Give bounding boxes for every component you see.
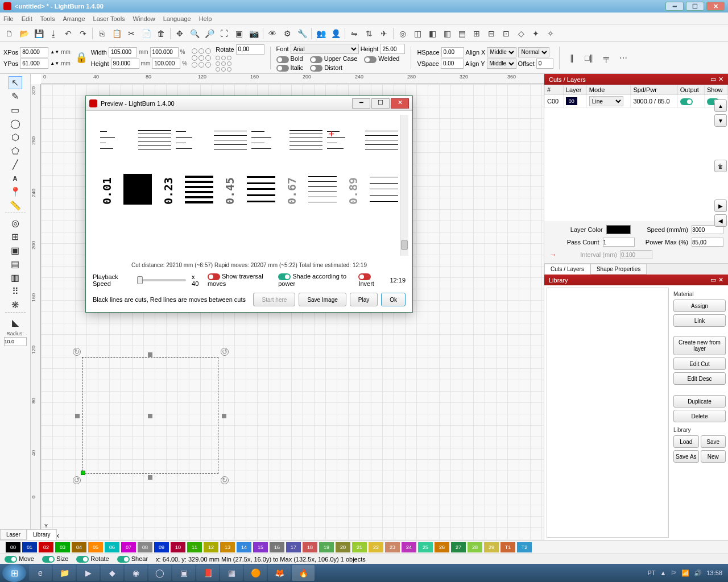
lib-close-icon[interactable]: ✕ <box>718 276 723 284</box>
palette-swatch-27[interactable]: 27 <box>451 542 466 552</box>
group-icon[interactable]: 👥 <box>314 27 328 40</box>
palette-swatch-09[interactable]: 09 <box>154 542 169 552</box>
tray-flag-icon[interactable]: 🏳 <box>671 569 677 576</box>
aligny-select[interactable]: Middle <box>487 59 516 69</box>
palette-swatch-21[interactable]: 21 <box>352 542 367 552</box>
palette-swatch-10[interactable]: 10 <box>171 542 185 552</box>
align-1-icon[interactable]: ◎ <box>396 27 410 40</box>
bold-toggle[interactable] <box>276 56 289 63</box>
hspace-input[interactable] <box>441 47 464 57</box>
lib-undock-icon[interactable]: ▭ <box>710 276 716 284</box>
polygon-tool[interactable]: ⬡ <box>9 131 22 144</box>
rotate-input[interactable] <box>236 44 264 55</box>
select-tool[interactable]: ↖ <box>9 76 22 89</box>
interval-input[interactable] <box>621 250 652 259</box>
palette-swatch-26[interactable]: 26 <box>435 542 449 552</box>
palette-swatch-06[interactable]: 06 <box>105 542 119 552</box>
marker-tool[interactable]: 📍 <box>9 185 22 198</box>
rotate-handle-tr[interactable]: ↺ <box>221 348 229 356</box>
tb-steam-icon[interactable]: ◉ <box>125 565 147 581</box>
handle-left[interactable] <box>75 414 80 418</box>
tray-lang[interactable]: PT <box>648 569 656 576</box>
weld-tool[interactable]: ⊞ <box>9 230 22 243</box>
menu-language[interactable]: Language <box>163 15 191 22</box>
rotate-handle-br[interactable]: ↻ <box>221 476 229 484</box>
offset-input[interactable] <box>536 59 553 69</box>
tb-pdf-icon[interactable]: 📕 <box>196 565 219 581</box>
align-v1-icon[interactable]: ‖ <box>565 51 579 65</box>
rect-tool[interactable]: ▭ <box>9 103 22 117</box>
new-button[interactable]: New <box>701 450 726 463</box>
menu-laser-tools[interactable]: Laser Tools <box>93 15 125 22</box>
edit-desc-button[interactable]: Edit Desc <box>673 372 726 385</box>
close-button[interactable]: ✕ <box>706 2 725 11</box>
size-toggle[interactable] <box>42 556 55 563</box>
palette-swatch-T1[interactable]: T1 <box>500 542 515 552</box>
align-v3-icon[interactable]: ╤ <box>599 51 613 65</box>
palette-swatch-12[interactable]: 12 <box>204 542 218 552</box>
tray-vol-icon[interactable]: 🔊 <box>694 569 702 577</box>
align-8-icon[interactable]: ⊡ <box>499 27 513 40</box>
menu-window[interactable]: Window <box>133 15 155 22</box>
lock-icon[interactable]: 🔒 <box>75 51 86 65</box>
tab-cuts-layers[interactable]: Cuts / Layers <box>544 264 590 275</box>
preview-canvas[interactable]: + 0.01 0.23 0.45 0.67 <box>89 114 409 256</box>
panel-undock-icon[interactable]: ▭ <box>710 76 716 83</box>
height-pct-input[interactable] <box>152 59 180 69</box>
playback-speed-slider[interactable] <box>137 279 186 281</box>
handle-bottom[interactable] <box>148 475 152 480</box>
note-icon[interactable]: 📄 <box>139 27 153 40</box>
corner-tool[interactable]: ◣ <box>9 316 22 329</box>
move-toggle[interactable] <box>5 556 17 563</box>
array-tool[interactable]: ⠿ <box>9 285 22 298</box>
ungroup-icon[interactable]: 👤 <box>329 27 342 40</box>
style-select[interactable]: Normal <box>518 47 549 57</box>
tab-laser[interactable]: Laser <box>0 529 27 540</box>
table-row[interactable]: C00 00 Line 3000.0 / 85.0 <box>545 95 728 108</box>
delete-icon[interactable]: 🗑 <box>154 27 168 40</box>
minimize-button[interactable]: ━ <box>665 2 684 11</box>
ellipse-tool[interactable]: ◯ <box>9 117 22 130</box>
palette-swatch-05[interactable]: 05 <box>88 542 103 552</box>
measure-tool[interactable]: 📏 <box>9 199 22 212</box>
rotate-toggle[interactable] <box>76 556 89 563</box>
palette-swatch-T2[interactable]: T2 <box>517 542 532 552</box>
flip-h-icon[interactable]: ⇋ <box>348 27 361 40</box>
preview-close-button[interactable]: ✕ <box>391 98 409 109</box>
send-icon[interactable]: ✈ <box>377 27 391 40</box>
delete-button[interactable]: Delete <box>673 410 726 422</box>
palette-swatch-25[interactable]: 25 <box>418 542 433 552</box>
power-input[interactable] <box>692 238 723 247</box>
path-tool[interactable]: ⬠ <box>9 144 22 157</box>
preview-scrollbar[interactable] <box>400 115 408 256</box>
library-tree[interactable] <box>547 288 669 538</box>
handle-origin[interactable] <box>81 471 85 475</box>
layer-color-swatch[interactable] <box>606 225 631 234</box>
boolean3-tool[interactable]: ▥ <box>9 271 22 284</box>
cut-icon[interactable]: ✂ <box>125 27 138 40</box>
vspace-input[interactable] <box>441 59 464 69</box>
rotate-handle-bl[interactable]: ↺ <box>73 476 81 484</box>
rotate-grid[interactable] <box>216 56 264 72</box>
tb-firefox-icon[interactable]: 🦊 <box>268 565 291 581</box>
radius-input[interactable] <box>4 337 27 346</box>
zoomfit-icon[interactable]: ⛶ <box>217 27 231 40</box>
zoomin-icon[interactable]: 🔍 <box>188 27 201 40</box>
tray-chevron-icon[interactable]: ▲ <box>660 569 667 576</box>
duplicate-button[interactable]: Duplicate <box>673 395 726 408</box>
palette-swatch-19[interactable]: 19 <box>319 542 334 552</box>
tb-explorer-icon[interactable]: 📁 <box>53 565 76 581</box>
tb-app3-icon[interactable]: ▦ <box>220 565 243 581</box>
palette-swatch-11[interactable]: 11 <box>187 542 202 552</box>
distort-toggle[interactable] <box>310 65 322 72</box>
align-6-icon[interactable]: ⊞ <box>470 27 483 40</box>
tray-net-icon[interactable]: 📶 <box>681 569 689 577</box>
gear-wrench-icon[interactable]: 🔧 <box>295 27 309 40</box>
palette-swatch-00[interactable]: 00 <box>6 542 20 552</box>
settings-icon[interactable]: ⚙ <box>280 27 294 40</box>
saveas-button[interactable]: Save As <box>673 450 699 463</box>
tb-media-icon[interactable]: ▶ <box>77 565 100 581</box>
open-icon[interactable]: 📂 <box>17 27 31 40</box>
pen-tool[interactable]: ✎ <box>9 90 22 103</box>
tab-library[interactable]: Library <box>27 529 57 540</box>
